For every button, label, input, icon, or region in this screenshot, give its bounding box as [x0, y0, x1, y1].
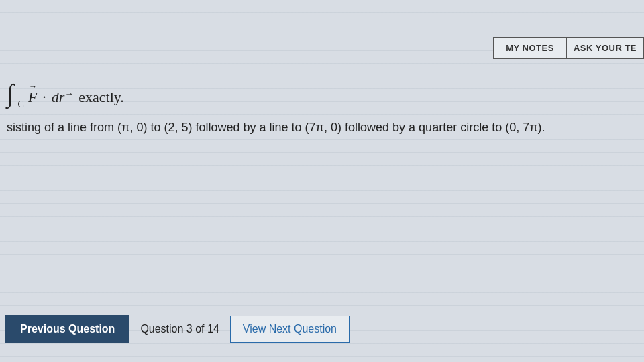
page-container: MY NOTES ASK YOUR TE ∫ C F · dr→ exactly… [0, 0, 644, 362]
description-line: sisting of a line from (π, 0) to (2, 5) … [7, 118, 617, 137]
dr-letter: dr [52, 88, 65, 105]
question-counter: Question 3 of 14 [140, 323, 219, 335]
ask-teacher-button[interactable]: ASK YOUR TE [567, 37, 644, 59]
integral-expression: ∫ C F · dr→ exactly. [7, 80, 617, 106]
dr-arrow: → [64, 88, 73, 99]
integral-symbol: ∫ [7, 80, 13, 106]
exactly-text: exactly. [78, 88, 124, 106]
math-content: ∫ C F · dr→ exactly. sisting of a line f… [7, 80, 617, 137]
my-notes-button[interactable]: MY NOTES [493, 37, 567, 59]
vector-dr: dr→ [52, 88, 74, 106]
integral-subscript: C [17, 99, 23, 110]
vector-f-letter: F [28, 88, 37, 105]
dot-product: · [42, 88, 46, 106]
bottom-nav: Previous Question Question 3 of 14 View … [0, 315, 644, 343]
view-next-question-button[interactable]: View Next Question [230, 316, 350, 343]
previous-question-button[interactable]: Previous Question [5, 315, 129, 343]
top-buttons: MY NOTES ASK YOUR TE [493, 37, 644, 59]
vector-f: F [28, 88, 37, 106]
